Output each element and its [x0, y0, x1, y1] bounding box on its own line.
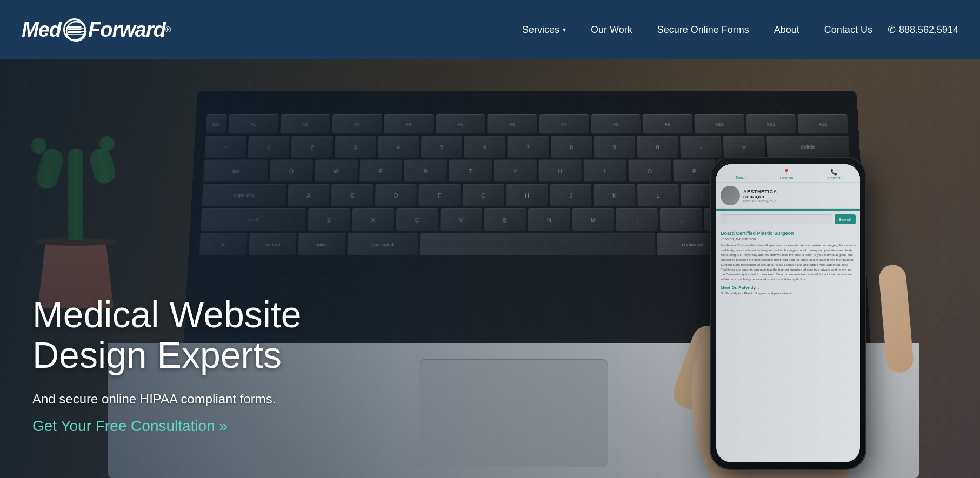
nav-our-work[interactable]: Our Work	[581, 20, 642, 40]
hero-subtitle: And secure online HIPAA compliant forms.	[32, 392, 411, 407]
nav-secure-forms[interactable]: Secure Online Forms	[648, 20, 759, 40]
logo-text-after: Forward	[88, 18, 165, 42]
header: Med Forward ® Services ▾ Our Work Secure…	[0, 0, 980, 59]
logo-text-before: Med	[22, 18, 61, 42]
nav-services[interactable]: Services ▾	[512, 20, 576, 40]
chevron-down-icon: ▾	[563, 26, 566, 33]
logo[interactable]: Med Forward ®	[22, 18, 171, 42]
hero-main-title: Medical Website Design Experts	[32, 294, 411, 375]
hero-content: Medical Website Design Experts And secur…	[32, 294, 411, 435]
hero-section: esc F1 F2 F3 F4 F5 F6 F7 F8 F9 F10 F11 F…	[0, 59, 980, 478]
logo-icon	[63, 18, 86, 41]
phone-number[interactable]: ✆ 888.562.5914	[888, 24, 958, 36]
nav-about[interactable]: About	[764, 20, 809, 40]
phone-icon: ✆	[888, 24, 896, 36]
logo-trademark: ®	[165, 25, 171, 34]
nav-contact[interactable]: Contact Us	[815, 20, 882, 40]
main-nav: Services ▾ Our Work Secure Online Forms …	[512, 20, 958, 40]
hero-cta-button[interactable]: Get Your Free Consultation »	[32, 418, 228, 435]
